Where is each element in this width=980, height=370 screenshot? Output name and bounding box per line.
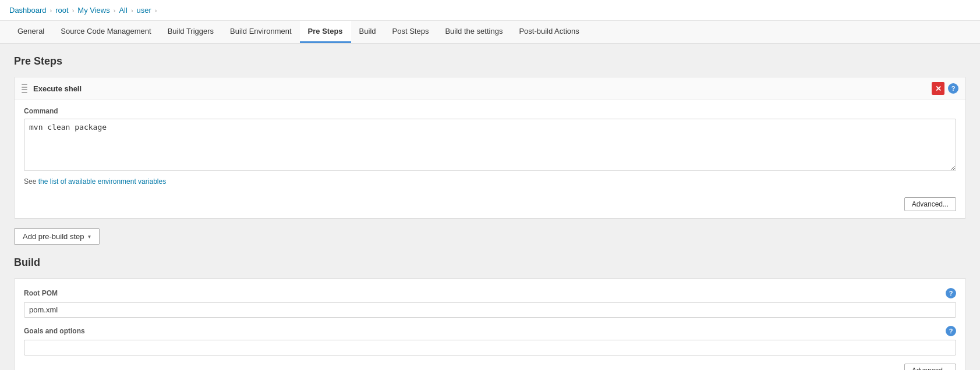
breadcrumb-dashboard[interactable]: Dashboard xyxy=(9,6,47,15)
env-vars-prefix: See xyxy=(24,177,38,186)
add-step-label: Add pre-build step xyxy=(23,232,84,241)
tab-pre-steps[interactable]: Pre Steps xyxy=(300,21,351,43)
goals-header: Goals and options ? xyxy=(24,326,956,336)
tab-post-build-actions[interactable]: Post-build Actions xyxy=(511,21,587,43)
command-input[interactable]: mvn clean package xyxy=(24,119,956,171)
breadcrumb-sep-5: › xyxy=(155,7,157,14)
breadcrumb-all[interactable]: All xyxy=(119,6,127,15)
execute-shell-footer: Advanced... xyxy=(15,193,965,218)
env-vars-link[interactable]: the list of available environment variab… xyxy=(38,177,166,186)
execute-shell-title: Execute shell xyxy=(33,84,932,93)
build-section: Build Root POM ? Goals and options ? Adv… xyxy=(14,257,966,370)
root-pom-label: Root POM xyxy=(24,289,942,297)
goals-input[interactable] xyxy=(24,340,956,355)
drag-handle[interactable] xyxy=(22,84,27,93)
root-pom-row: Root POM ? xyxy=(24,288,956,318)
root-pom-input[interactable] xyxy=(24,302,956,318)
add-step-dropdown-arrow: ▾ xyxy=(88,233,91,240)
goals-help-icon[interactable]: ? xyxy=(946,326,956,336)
tab-build-environment[interactable]: Build Environment xyxy=(222,21,300,43)
tab-build-triggers[interactable]: Build Triggers xyxy=(160,21,222,43)
execute-shell-close-button[interactable]: ✕ xyxy=(932,82,944,95)
breadcrumb-sep-2: › xyxy=(72,7,75,14)
pre-steps-heading: Pre Steps xyxy=(14,55,966,67)
command-label: Command xyxy=(24,107,956,115)
build-section-title: Build xyxy=(14,257,966,269)
execute-shell-panel: Execute shell ✕ ? Command mvn clean pack… xyxy=(14,77,966,219)
tab-source-code-management[interactable]: Source Code Management xyxy=(52,21,159,43)
breadcrumb-sep-1: › xyxy=(50,7,52,14)
breadcrumb-sep-3: › xyxy=(114,7,116,14)
main-content: Pre Steps Execute shell ✕ ? Command mvn … xyxy=(0,44,980,370)
breadcrumb-sep-4: › xyxy=(131,7,133,14)
goals-label: Goals and options xyxy=(24,327,942,335)
execute-shell-body: Command mvn clean package See the list o… xyxy=(15,100,965,193)
root-pom-help-icon[interactable]: ? xyxy=(946,288,956,298)
tab-post-steps[interactable]: Post Steps xyxy=(384,21,437,43)
env-vars-link-row: See the list of available environment va… xyxy=(24,177,956,186)
tab-build[interactable]: Build xyxy=(351,21,384,43)
breadcrumb-user[interactable]: user xyxy=(137,6,151,15)
execute-shell-help-icon[interactable]: ? xyxy=(948,83,958,94)
build-section-footer: Advanced... xyxy=(24,364,956,370)
breadcrumb-root[interactable]: root xyxy=(55,6,68,15)
execute-shell-header: Execute shell ✕ ? xyxy=(15,77,965,100)
build-panel: Root POM ? Goals and options ? Advanced.… xyxy=(14,278,966,370)
execute-shell-advanced-button[interactable]: Advanced... xyxy=(904,197,956,211)
tab-general[interactable]: General xyxy=(9,21,52,43)
build-advanced-button[interactable]: Advanced... xyxy=(904,364,956,370)
add-pre-build-step-button[interactable]: Add pre-build step ▾ xyxy=(14,228,100,245)
breadcrumb: Dashboard › root › My Views › All › user… xyxy=(0,0,980,21)
goals-row: Goals and options ? xyxy=(24,326,956,355)
breadcrumb-myviews[interactable]: My Views xyxy=(77,6,109,15)
root-pom-header: Root POM ? xyxy=(24,288,956,298)
tab-bar: General Source Code Management Build Tri… xyxy=(0,21,980,44)
tab-build-settings[interactable]: Build the settings xyxy=(437,21,511,43)
